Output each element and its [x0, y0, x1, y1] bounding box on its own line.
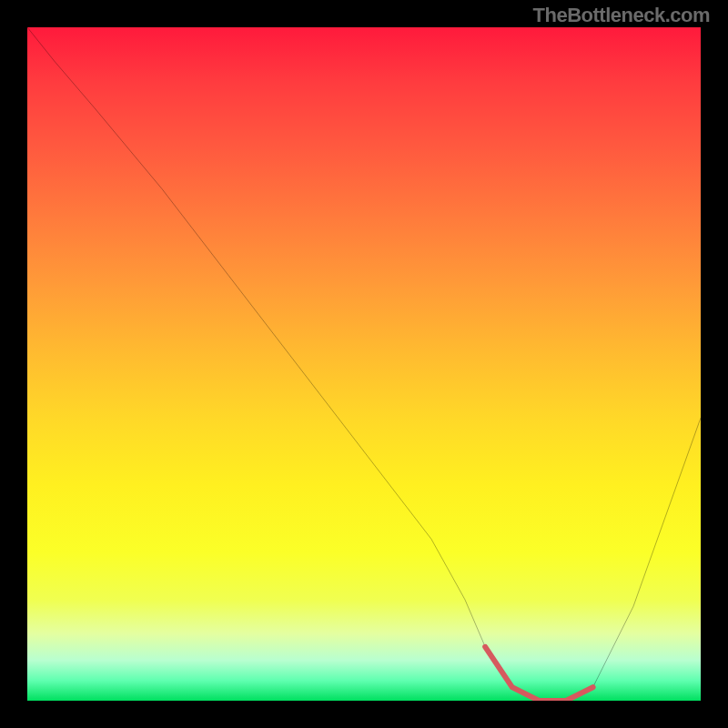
bottleneck-curve-path [27, 27, 701, 701]
chart-frame [27, 27, 701, 701]
bottleneck-marker-path [485, 647, 592, 701]
chart-curve-layer [27, 27, 701, 701]
watermark-text: TheBottleneck.com [533, 4, 710, 27]
